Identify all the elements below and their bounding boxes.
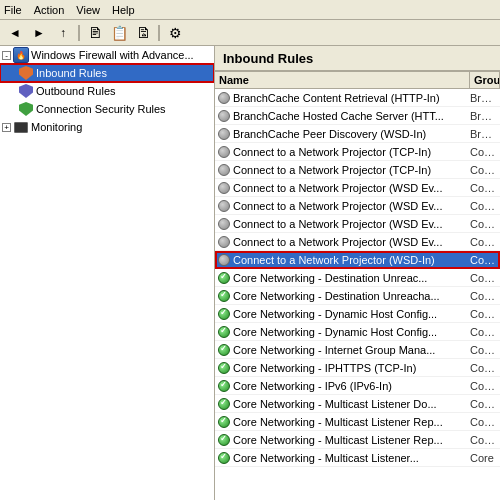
panel-header: Inbound Rules [215, 46, 500, 72]
row-name: Core Networking - Internet Group Mana... [233, 344, 470, 356]
row-group: Connect to... [470, 182, 500, 194]
table-row[interactable]: BranchCache Peer Discovery (WSD-In)Branc… [215, 125, 500, 143]
green-check-icon [218, 362, 230, 374]
left-panel: - 🔥 Windows Firewall with Advance... Inb… [0, 46, 215, 500]
row-name: Connect to a Network Projector (WSD Ev..… [233, 200, 470, 212]
row-name: Connect to a Network Projector (TCP-In) [233, 164, 470, 176]
green-check-icon [218, 308, 230, 320]
tree-item-monitoring[interactable]: + Monitoring [0, 118, 214, 136]
row-group: Connect t... [470, 254, 500, 266]
table-row[interactable]: BranchCache Hosted Cache Server (HTT...B… [215, 107, 500, 125]
row-name: Core Networking - Multicast Listener... [233, 452, 470, 464]
row-name: Connect to a Network Projector (WSD-In) [233, 254, 470, 266]
row-status-icon [215, 200, 233, 212]
main-layout: - 🔥 Windows Firewall with Advance... Inb… [0, 46, 500, 500]
toolbar-btn3[interactable]: 🖺 [132, 23, 154, 43]
table-row[interactable]: Core Networking - Dynamic Host Config...… [215, 305, 500, 323]
table-row[interactable]: Connect to a Network Projector (WSD-In)C… [215, 251, 500, 269]
tree-label-security: Connection Security Rules [36, 103, 166, 115]
table-row[interactable]: Connect to a Network Projector (WSD Ev..… [215, 179, 500, 197]
panel-title: Inbound Rules [223, 51, 313, 66]
menu-view[interactable]: View [76, 4, 100, 16]
table-row[interactable]: Core Networking - Dynamic Host Config...… [215, 323, 500, 341]
table-row[interactable]: Core Networking - Internet Group Mana...… [215, 341, 500, 359]
table-row[interactable]: Connect to a Network Projector (TCP-In)C… [215, 161, 500, 179]
security-icon-shape [19, 102, 33, 116]
table-row[interactable]: Core Networking - Multicast Listener Rep… [215, 413, 500, 431]
row-name: BranchCache Content Retrieval (HTTP-In) [233, 92, 470, 104]
table-header: Name Group [215, 72, 500, 89]
tree-item-inbound[interactable]: Inbound Rules [0, 64, 214, 82]
col-header-group[interactable]: Group [470, 72, 500, 88]
table-row[interactable]: Core Networking - IPHTTPS (TCP-In)Core N… [215, 359, 500, 377]
row-name: Core Networking - Multicast Listener Do.… [233, 398, 470, 410]
toolbar-properties[interactable]: ⚙ [164, 23, 186, 43]
row-name: Connect to a Network Projector (TCP-In) [233, 146, 470, 158]
table-row[interactable]: Core Networking - Destination Unreac...C… [215, 269, 500, 287]
table-row[interactable]: Core Networking - IPv6 (IPv6-In)Core Net… [215, 377, 500, 395]
row-status-icon [215, 452, 233, 464]
row-status-icon [215, 182, 233, 194]
row-status-icon [215, 380, 233, 392]
row-group: Core Netw... [470, 326, 500, 338]
tree-label-outbound: Outbound Rules [36, 85, 116, 97]
table-row[interactable]: Connect to a Network Projector (TCP-In)C… [215, 143, 500, 161]
row-group: Core Netw... [470, 362, 500, 374]
table-row[interactable]: Core Networking - Multicast Listener Rep… [215, 431, 500, 449]
gray-circle-icon [218, 164, 230, 176]
tree-expand-firewall[interactable]: - [2, 51, 11, 60]
tree-label-firewall: Windows Firewall with Advance... [31, 49, 194, 61]
row-status-icon [215, 164, 233, 176]
row-group: Connect to... [470, 146, 500, 158]
row-group: Core Netw... [470, 344, 500, 356]
row-group: Core Netw... [470, 272, 500, 284]
table-row[interactable]: Connect to a Network Projector (WSD Ev..… [215, 197, 500, 215]
row-group: Core Netw... [470, 308, 500, 320]
right-panel: Inbound Rules Name Group BranchCache Con… [215, 46, 500, 500]
green-check-icon [218, 344, 230, 356]
gray-circle-icon [218, 236, 230, 248]
table-row[interactable]: Core Networking - Multicast Listener...C… [215, 449, 500, 467]
tree-item-firewall[interactable]: - 🔥 Windows Firewall with Advance... [0, 46, 214, 64]
menu-help[interactable]: Help [112, 4, 135, 16]
row-status-icon [215, 218, 233, 230]
row-group: BranchCac... [470, 110, 500, 122]
menu-action[interactable]: Action [34, 4, 65, 16]
inbound-icon-shape [19, 66, 33, 80]
table-row[interactable]: Connect to a Network Projector (WSD Ev..… [215, 215, 500, 233]
table-row[interactable]: Core Networking - Destination Unreacha..… [215, 287, 500, 305]
row-group: Connect to... [470, 200, 500, 212]
table-row[interactable]: Core Networking - Multicast Listener Do.… [215, 395, 500, 413]
toolbar-back[interactable]: ◄ [4, 23, 26, 43]
row-name: Connect to a Network Projector (WSD Ev..… [233, 218, 470, 230]
row-status-icon [215, 254, 233, 266]
row-status-icon [215, 146, 233, 158]
col-header-name[interactable]: Name [215, 72, 470, 88]
row-status-icon [215, 128, 233, 140]
row-group: Connect to... [470, 218, 500, 230]
toolbar-btn2[interactable]: 📋 [108, 23, 130, 43]
table-row[interactable]: BranchCache Content Retrieval (HTTP-In)B… [215, 89, 500, 107]
inbound-icon [18, 65, 34, 81]
table-row[interactable]: Connect to a Network Projector (WSD Ev..… [215, 233, 500, 251]
row-name: BranchCache Peer Discovery (WSD-In) [233, 128, 470, 140]
row-status-icon [215, 326, 233, 338]
monitoring-icon [13, 119, 29, 135]
row-status-icon [215, 110, 233, 122]
tree-expand-monitoring[interactable]: + [2, 123, 11, 132]
outbound-icon-shape [19, 84, 33, 98]
row-name: Core Networking - IPv6 (IPv6-In) [233, 380, 470, 392]
menu-file[interactable]: File [4, 4, 22, 16]
tree-item-security[interactable]: Connection Security Rules [0, 100, 214, 118]
row-name: Core Networking - Destination Unreac... [233, 272, 470, 284]
row-status-icon [215, 92, 233, 104]
toolbar-separator2 [158, 25, 160, 41]
row-name: BranchCache Hosted Cache Server (HTT... [233, 110, 470, 122]
table-container: Name Group BranchCache Content Retrieval… [215, 72, 500, 500]
row-name: Connect to a Network Projector (WSD Ev..… [233, 236, 470, 248]
toolbar-up[interactable]: ↑ [52, 23, 74, 43]
green-check-icon [218, 434, 230, 446]
toolbar-forward[interactable]: ► [28, 23, 50, 43]
tree-item-outbound[interactable]: Outbound Rules [0, 82, 214, 100]
toolbar-btn1[interactable]: 🖹 [84, 23, 106, 43]
